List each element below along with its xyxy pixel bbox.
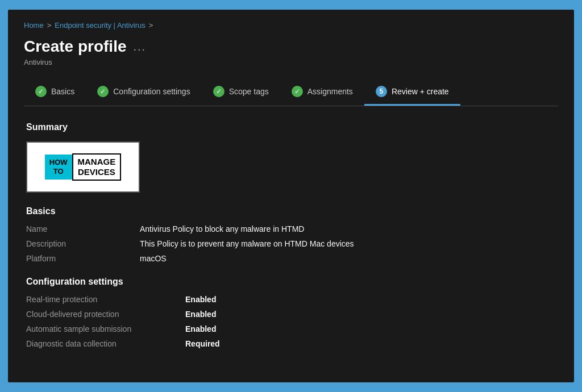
config-summary: Configuration settings Real-time protect… bbox=[26, 277, 556, 348]
config-realtime-value: Enabled bbox=[185, 295, 216, 304]
logo-inner: HOWTO MANAGEDEVICES bbox=[45, 153, 121, 181]
config-cloud: Cloud-delivered protection Enabled bbox=[26, 310, 556, 319]
breadcrumb-sep1: > bbox=[47, 21, 52, 30]
tab-basics[interactable]: ✓ Basics bbox=[24, 80, 86, 106]
page-title: Create profile bbox=[24, 37, 127, 56]
config-diagnostic-label: Diagnostic data collection bbox=[26, 339, 185, 348]
tab-review[interactable]: 5 Review + create bbox=[364, 80, 460, 106]
breadcrumb-sep2: > bbox=[149, 21, 153, 30]
content-area: Summary HOWTO MANAGEDEVICES Basics Name … bbox=[24, 122, 558, 348]
field-name-value: Antivirus Policy to block any malware in… bbox=[140, 224, 556, 233]
field-platform-label: Platform bbox=[26, 254, 140, 263]
config-realtime: Real-time protection Enabled bbox=[26, 295, 556, 304]
logo-manage: MANAGEDEVICES bbox=[72, 153, 122, 181]
page-subtitle: Antivirus bbox=[24, 58, 558, 66]
breadcrumb: Home > Endpoint security | Antivirus > bbox=[24, 21, 558, 30]
config-check-icon: ✓ bbox=[97, 86, 109, 97]
config-realtime-label: Real-time protection bbox=[26, 295, 185, 304]
field-name-label: Name bbox=[26, 224, 140, 233]
review-step-number: 5 bbox=[376, 86, 387, 97]
config-cloud-label: Cloud-delivered protection bbox=[26, 310, 185, 319]
tab-config-label: Configuration settings bbox=[113, 87, 190, 96]
field-description-value: This Policy is to prevent any malware on… bbox=[140, 239, 556, 248]
page-header: Create profile ... bbox=[24, 37, 558, 56]
config-cloud-value: Enabled bbox=[185, 310, 216, 319]
field-description: Description This Policy is to prevent an… bbox=[26, 239, 556, 248]
tab-scope[interactable]: ✓ Scope tags bbox=[202, 80, 280, 106]
basics-section-title: Basics bbox=[26, 206, 556, 216]
tab-assignments[interactable]: ✓ Assignments bbox=[280, 80, 364, 106]
tab-assignments-label: Assignments bbox=[307, 87, 353, 96]
logo-box: HOWTO MANAGEDEVICES bbox=[26, 141, 140, 193]
basics-summary: Basics Name Antivirus Policy to block an… bbox=[26, 206, 556, 263]
tab-review-label: Review + create bbox=[392, 87, 449, 96]
summary-title: Summary bbox=[26, 122, 556, 132]
field-platform-value: macOS bbox=[140, 254, 556, 263]
field-platform: Platform macOS bbox=[26, 254, 556, 263]
summary-section: Summary HOWTO MANAGEDEVICES bbox=[26, 122, 556, 193]
more-options-icon[interactable]: ... bbox=[134, 40, 147, 53]
scope-check-icon: ✓ bbox=[213, 86, 225, 97]
field-name: Name Antivirus Policy to block any malwa… bbox=[26, 224, 556, 233]
field-description-label: Description bbox=[26, 239, 140, 248]
config-diagnostic-value: Required bbox=[185, 339, 220, 348]
breadcrumb-home[interactable]: Home bbox=[24, 21, 44, 30]
tab-basics-label: Basics bbox=[51, 87, 74, 96]
config-section-title: Configuration settings bbox=[26, 277, 556, 287]
config-diagnostic: Diagnostic data collection Required bbox=[26, 339, 556, 348]
breadcrumb-section[interactable]: Endpoint security | Antivirus bbox=[55, 21, 145, 30]
config-sample-value: Enabled bbox=[185, 324, 216, 333]
assignments-check-icon: ✓ bbox=[292, 86, 303, 97]
logo-how-to: HOWTO bbox=[45, 155, 72, 179]
config-sample-label: Automatic sample submission bbox=[26, 324, 185, 333]
tab-scope-label: Scope tags bbox=[229, 87, 269, 96]
main-window: Home > Endpoint security | Antivirus > C… bbox=[7, 9, 575, 383]
config-sample: Automatic sample submission Enabled bbox=[26, 324, 556, 333]
wizard-tabs: ✓ Basics ✓ Configuration settings ✓ Scop… bbox=[24, 80, 558, 106]
basics-check-icon: ✓ bbox=[35, 86, 47, 97]
tab-config[interactable]: ✓ Configuration settings bbox=[86, 80, 201, 106]
